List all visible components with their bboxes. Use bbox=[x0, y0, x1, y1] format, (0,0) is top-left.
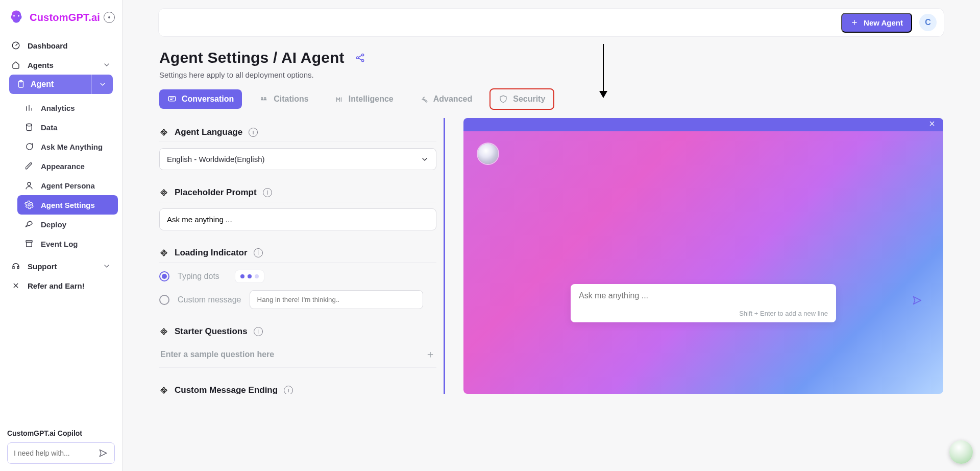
nav-agent-group: Agent bbox=[9, 75, 113, 94]
radio-typing-dots[interactable] bbox=[159, 271, 169, 281]
nav-appearance[interactable]: Appearance bbox=[17, 156, 118, 176]
tab-citations[interactable]: Citations bbox=[251, 89, 316, 109]
chevron-down-icon bbox=[103, 262, 111, 270]
send-icon[interactable] bbox=[98, 448, 108, 458]
chat-icon bbox=[24, 142, 34, 151]
svg-point-6 bbox=[28, 182, 31, 185]
tab-security[interactable]: Security bbox=[489, 88, 554, 110]
diamond-icon bbox=[159, 327, 168, 336]
nav-ask-anything[interactable]: Ask Me Anything bbox=[17, 137, 118, 156]
tab-advanced[interactable]: Advanced bbox=[411, 89, 480, 109]
new-agent-label: New Agent bbox=[864, 18, 903, 27]
tab-conversation[interactable]: Conversation bbox=[159, 89, 242, 109]
user-avatar[interactable]: C bbox=[919, 14, 937, 31]
send-icon bbox=[912, 295, 923, 306]
close-icon bbox=[928, 120, 936, 128]
starter-question-row[interactable]: Enter a sample question here ＋ bbox=[159, 341, 436, 368]
nav-label: Refer and Earn! bbox=[28, 281, 85, 290]
floating-support-avatar[interactable] bbox=[949, 440, 973, 464]
preview-chatbox[interactable]: Shift + Enter to add a new line bbox=[571, 284, 836, 322]
info-icon[interactable]: i bbox=[254, 327, 263, 336]
nav-label: Analytics bbox=[41, 104, 75, 112]
preview-close-button[interactable] bbox=[928, 120, 936, 130]
ai-icon bbox=[334, 95, 344, 104]
info-icon[interactable]: i bbox=[249, 128, 258, 137]
brain-icon bbox=[7, 8, 26, 27]
rocket-icon bbox=[24, 220, 34, 229]
nav-agents[interactable]: Agents bbox=[4, 55, 118, 75]
nav-label: Dashboard bbox=[28, 41, 67, 50]
typing-dots-preview bbox=[235, 270, 264, 283]
svg-point-0 bbox=[13, 15, 15, 17]
page-subtitle: Settings here apply to all deployment op… bbox=[159, 70, 943, 79]
tab-intelligence[interactable]: Intelligence bbox=[326, 89, 402, 109]
clipboard-icon bbox=[16, 80, 26, 89]
nav-agent-settings[interactable]: Agent Settings bbox=[17, 195, 118, 215]
plus-icon[interactable]: ＋ bbox=[425, 347, 435, 361]
new-agent-button[interactable]: New Agent bbox=[841, 13, 912, 33]
agent-language-select[interactable]: English - Worldwide(English) bbox=[159, 148, 436, 170]
radio-label: Typing dots bbox=[178, 272, 219, 281]
headset-icon bbox=[11, 262, 20, 271]
page-title: Agent Settings / AI Agent bbox=[159, 49, 345, 66]
message-icon bbox=[167, 95, 177, 104]
section-placeholder-prompt: Placeholder Prompt bbox=[175, 187, 257, 198]
gear-icon bbox=[24, 200, 34, 209]
nav-dashboard[interactable]: Dashboard bbox=[4, 36, 118, 55]
nav-analytics[interactable]: Analytics bbox=[17, 98, 118, 117]
brand-logo[interactable]: CustomGPT.ai bbox=[7, 8, 100, 27]
nav-label: Data bbox=[41, 123, 58, 132]
placeholder-prompt-input-wrap[interactable] bbox=[159, 208, 436, 230]
wrench-icon bbox=[419, 95, 428, 104]
nav-label: Agent Settings bbox=[41, 201, 95, 209]
placeholder-prompt-input[interactable] bbox=[167, 215, 429, 224]
nav-label: Support bbox=[28, 262, 57, 271]
nav-label: Agent bbox=[31, 80, 54, 89]
nav-agent[interactable]: Agent bbox=[9, 75, 91, 94]
home-icon bbox=[11, 60, 20, 69]
nav-refer[interactable]: Refer and Earn! bbox=[4, 276, 118, 295]
settings-tabs: Conversation Citations Intelligence Adva… bbox=[159, 88, 943, 110]
share-nodes-icon bbox=[11, 281, 20, 290]
custom-message-input[interactable] bbox=[250, 290, 423, 309]
settings-panel: Agent Language i English - Worldwide(Eng… bbox=[159, 118, 445, 394]
sidebar-collapse-button[interactable] bbox=[104, 12, 115, 23]
diamond-icon bbox=[159, 128, 168, 137]
nav-label: Ask Me Anything bbox=[41, 143, 103, 151]
diamond-icon bbox=[159, 386, 168, 394]
section-agent-language: Agent Language bbox=[175, 127, 242, 137]
nav-label: Appearance bbox=[41, 162, 85, 171]
shield-icon bbox=[499, 95, 508, 104]
info-icon[interactable]: i bbox=[263, 188, 272, 197]
nav-event-log[interactable]: Event Log bbox=[17, 234, 118, 253]
preview-input[interactable] bbox=[579, 291, 828, 300]
nav-label: Agents bbox=[28, 61, 54, 69]
quote-icon bbox=[259, 95, 268, 104]
svg-point-1 bbox=[18, 15, 19, 17]
preview-send-button[interactable] bbox=[912, 295, 923, 308]
svg-rect-13 bbox=[168, 97, 176, 101]
section-starter-questions: Starter Questions bbox=[175, 326, 248, 337]
chevron-down-icon bbox=[103, 61, 111, 69]
nav-label: Agent Persona bbox=[41, 181, 95, 190]
nav-deploy[interactable]: Deploy bbox=[17, 215, 118, 234]
share-button[interactable] bbox=[353, 50, 368, 65]
database-icon bbox=[24, 123, 34, 132]
copilot-input[interactable] bbox=[14, 449, 90, 457]
plus-icon bbox=[850, 18, 859, 27]
nav-agent-toggle[interactable] bbox=[91, 75, 113, 94]
brush-icon bbox=[24, 161, 34, 171]
info-icon[interactable]: i bbox=[284, 386, 293, 394]
radio-label: Custom message bbox=[178, 295, 241, 304]
nav-data[interactable]: Data bbox=[17, 117, 118, 137]
nav-label: Event Log bbox=[41, 240, 78, 248]
radio-custom-message[interactable] bbox=[159, 295, 169, 305]
share-icon bbox=[355, 52, 366, 63]
nav-support[interactable]: Support bbox=[4, 256, 118, 276]
topbar: New Agent C bbox=[158, 8, 944, 37]
info-icon[interactable]: i bbox=[254, 248, 263, 257]
copilot-input-wrap[interactable] bbox=[7, 442, 115, 464]
nav-agent-persona[interactable]: Agent Persona bbox=[17, 176, 118, 195]
svg-rect-9 bbox=[27, 242, 32, 247]
copilot-title: CustomGPT.ai Copilot bbox=[0, 429, 122, 437]
